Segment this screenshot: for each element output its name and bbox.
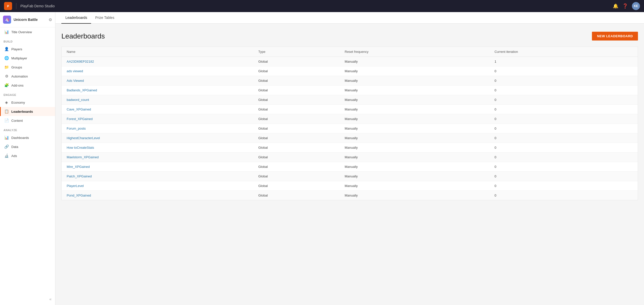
table-row: Patch_XPGained Global Manually 0 bbox=[62, 172, 638, 181]
cell-current-iteration: 0 bbox=[490, 162, 638, 172]
cell-current-iteration: 0 bbox=[490, 181, 638, 191]
sidebar-item-data[interactable]: 🔗 Data bbox=[0, 142, 55, 151]
cell-current-iteration: 0 bbox=[490, 95, 638, 105]
bar-chart-icon: 📊 bbox=[4, 30, 9, 34]
topbar: P PlayFab Demo Studio 🔔 ❓ KE bbox=[0, 0, 644, 12]
table-row: Ads Viewed Global Manually 0 bbox=[62, 76, 638, 86]
ads-icon: 🔬 bbox=[4, 154, 9, 158]
topbar-divider bbox=[16, 3, 16, 9]
cell-type: Global bbox=[253, 181, 340, 191]
cell-name: HighestCharacterLevel bbox=[62, 133, 253, 143]
leaderboard-link[interactable]: AA23D69EF02182 bbox=[67, 60, 94, 63]
cell-type: Global bbox=[253, 76, 340, 86]
sidebar-section-engage: ENGAGE bbox=[0, 90, 55, 98]
cell-name: PlayerLevel bbox=[62, 181, 253, 191]
cell-reset-frequency: Manually bbox=[340, 66, 490, 76]
cell-type: Global bbox=[253, 114, 340, 124]
cell-type: Global bbox=[253, 105, 340, 114]
leaderboard-link[interactable]: HighestCharacterLevel bbox=[67, 136, 100, 140]
cell-reset-frequency: Manually bbox=[340, 143, 490, 152]
help-icon[interactable]: ❓ bbox=[622, 3, 628, 9]
svg-text:P: P bbox=[7, 5, 9, 8]
sidebar-item-groups-label: Groups bbox=[11, 65, 22, 69]
cell-current-iteration: 0 bbox=[490, 66, 638, 76]
leaderboard-link[interactable]: Badlands_XPGained bbox=[67, 88, 97, 92]
sidebar-section-build: BUILD bbox=[0, 36, 55, 45]
sidebar-item-addons[interactable]: 🧩 Add-ons bbox=[0, 81, 55, 90]
leaderboard-link[interactable]: Forest_XPGained bbox=[67, 117, 93, 121]
col-type: Type bbox=[253, 47, 340, 57]
cell-name: Cave_XPGained bbox=[62, 105, 253, 114]
table-row: Badlands_XPGained Global Manually 0 bbox=[62, 86, 638, 95]
notification-icon[interactable]: 🔔 bbox=[613, 3, 618, 9]
new-leaderboard-button[interactable]: NEW LEADERBOARD bbox=[592, 32, 638, 41]
col-reset-frequency: Reset frequency bbox=[340, 47, 490, 57]
sidebar-item-leaderboards[interactable]: 📋 Leaderboards bbox=[0, 107, 55, 116]
leaderboard-link[interactable]: Patch_XPGained bbox=[67, 174, 92, 178]
sidebar-item-content[interactable]: 📄 Content bbox=[0, 116, 55, 125]
user-avatar[interactable]: KE bbox=[632, 2, 640, 10]
cell-current-iteration: 0 bbox=[490, 133, 638, 143]
economy-icon: ◈ bbox=[4, 100, 9, 105]
groups-icon: 📁 bbox=[4, 65, 9, 69]
tab-leaderboards[interactable]: Leaderboards bbox=[61, 12, 91, 24]
leaderboard-link[interactable]: How toCreateStats bbox=[67, 146, 94, 149]
sidebar-brand: 🦄 Unicorn Battle ⚙ bbox=[0, 12, 55, 27]
sidebar-item-dashboards[interactable]: 📊 Dashboards bbox=[0, 133, 55, 142]
leaderboards-icon: 📋 bbox=[4, 109, 9, 114]
sidebar-item-players-label: Players bbox=[11, 47, 22, 51]
leaderboard-link[interactable]: ads viewed bbox=[67, 69, 83, 73]
table-row: HighestCharacterLevel Global Manually 0 bbox=[62, 133, 638, 143]
table-body: AA23D69EF02182 Global Manually 1 ads vie… bbox=[62, 57, 638, 200]
sidebar-item-players[interactable]: 👤 Players bbox=[0, 45, 55, 54]
cell-reset-frequency: Manually bbox=[340, 114, 490, 124]
data-icon: 🔗 bbox=[4, 144, 9, 149]
players-icon: 👤 bbox=[4, 47, 9, 51]
main-content: Leaderboards Prize Tables Leaderboards N… bbox=[55, 12, 644, 305]
cell-type: Global bbox=[253, 57, 340, 66]
tab-prize-tables[interactable]: Prize Tables bbox=[91, 12, 118, 24]
col-current-iteration: Current iteration bbox=[490, 47, 638, 57]
dashboards-icon: 📊 bbox=[4, 135, 9, 140]
table-row: AA23D69EF02182 Global Manually 1 bbox=[62, 57, 638, 66]
cell-type: Global bbox=[253, 172, 340, 181]
sidebar-item-ads[interactable]: 🔬 Ads bbox=[0, 151, 55, 160]
sidebar-item-dashboards-label: Dashboards bbox=[11, 136, 29, 140]
leaderboard-link[interactable]: Maelstorm_XPGained bbox=[67, 155, 99, 159]
sidebar-item-multiplayer[interactable]: 🌐 Multiplayer bbox=[0, 54, 55, 63]
cell-reset-frequency: Manually bbox=[340, 152, 490, 162]
col-name: Name bbox=[62, 47, 253, 57]
leaderboard-link[interactable]: PlayerLevel bbox=[67, 184, 84, 188]
cell-reset-frequency: Manually bbox=[340, 124, 490, 133]
sidebar-item-groups[interactable]: 📁 Groups bbox=[0, 63, 55, 72]
sidebar-item-data-label: Data bbox=[11, 145, 18, 149]
sidebar-item-economy[interactable]: ◈ Economy bbox=[0, 98, 55, 107]
sidebar-item-content-label: Content bbox=[11, 119, 23, 123]
cell-reset-frequency: Manually bbox=[340, 57, 490, 66]
sidebar-item-title-overview[interactable]: 📊 Title Overview bbox=[0, 27, 55, 36]
leaderboard-link[interactable]: Pond_XPGained bbox=[67, 194, 91, 197]
cell-reset-frequency: Manually bbox=[340, 181, 490, 191]
leaderboard-link[interactable]: Cave_XPGained bbox=[67, 107, 91, 111]
sidebar-item-automation[interactable]: ⚙ Automation bbox=[0, 72, 55, 81]
cell-name: Ads Viewed bbox=[62, 76, 253, 86]
cell-type: Global bbox=[253, 152, 340, 162]
cell-name: Forest_XPGained bbox=[62, 114, 253, 124]
sidebar-item-automation-label: Automation bbox=[11, 74, 28, 78]
leaderboard-link[interactable]: badword_count bbox=[67, 98, 89, 102]
leaderboard-link[interactable]: Ads Viewed bbox=[67, 79, 84, 83]
cell-name: ads viewed bbox=[62, 66, 253, 76]
table-header: Name Type Reset frequency Current iterat… bbox=[62, 47, 638, 57]
cell-current-iteration: 0 bbox=[490, 124, 638, 133]
leaderboard-link[interactable]: Mire_XPGained bbox=[67, 165, 90, 169]
topbar-studio-title: PlayFab Demo Studio bbox=[20, 4, 610, 8]
brand-settings-icon[interactable]: ⚙ bbox=[49, 17, 52, 22]
table-row: Forest_XPGained Global Manually 0 bbox=[62, 114, 638, 124]
leaderboard-link[interactable]: Forum_posts bbox=[67, 127, 86, 130]
cell-reset-frequency: Manually bbox=[340, 86, 490, 95]
cell-current-iteration: 0 bbox=[490, 105, 638, 114]
cell-name: Pond_XPGained bbox=[62, 191, 253, 200]
content-area: Leaderboards NEW LEADERBOARD Name Type R… bbox=[55, 24, 644, 305]
sidebar-collapse-button[interactable]: « bbox=[0, 293, 55, 305]
sidebar-item-label: Title Overview bbox=[11, 30, 32, 34]
